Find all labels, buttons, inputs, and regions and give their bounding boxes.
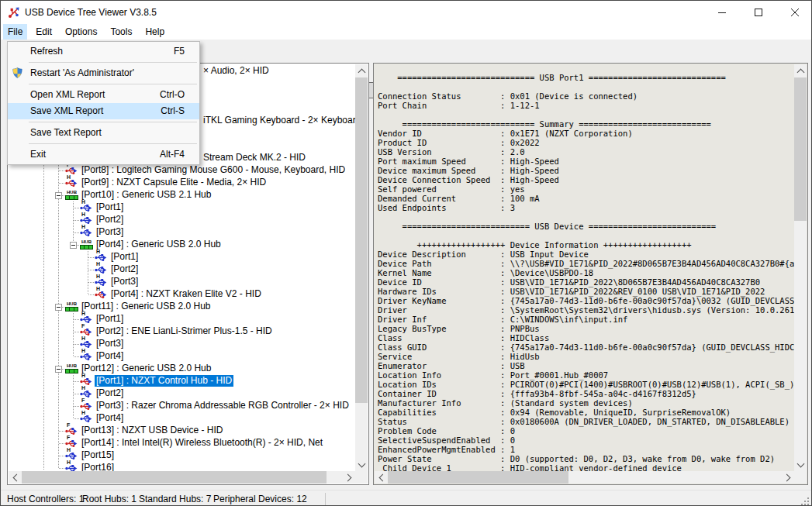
menu-item-refresh[interactable]: RefreshF5	[8, 43, 199, 60]
details-horizontal-scrollbar[interactable]	[375, 471, 794, 484]
collapse-expander-icon[interactable]	[70, 242, 77, 249]
close-button[interactable]	[776, 1, 812, 24]
tree-item-label[interactable]: [Port1]	[95, 201, 125, 213]
tree-guide-stub	[59, 170, 65, 171]
tree-row[interactable]: F[Port8] : Logitech Gaming Mouse G600 - …	[9, 164, 355, 177]
scrollbar-thumb[interactable]	[355, 77, 368, 403]
tree-row[interactable]: H[Port3]	[9, 226, 355, 239]
details-content[interactable]: ============================ USB Port1 =…	[375, 64, 794, 471]
tree-item-label[interactable]: [Port2]	[109, 263, 140, 275]
tree-item-label-selected[interactable]: [Port1] : NZXT Control Hub - HID	[95, 375, 233, 387]
tree-item-label[interactable]: [Port12] : Generic USB 2.0 Hub	[80, 363, 213, 374]
tree-item-label-partial[interactable]: iTKL Gaming Keyboard - 2× Keyboard, 2×	[203, 115, 355, 126]
tree-row[interactable]: H[Port4]	[9, 350, 355, 363]
tree-item-label[interactable]: [Port8] : Logitech Gaming Mouse G600 - M…	[80, 164, 347, 176]
menu-item-open-xml-report[interactable]: Open XML ReportCtrl-O	[8, 87, 199, 103]
tree-row[interactable]: H[Port1] : NZXT Control Hub - HID	[9, 375, 355, 387]
menu-item-restart-as-administrator[interactable]: Restart 'As Administrator'	[8, 65, 199, 81]
tree-row[interactable]: H[Port1]	[9, 201, 355, 214]
scroll-down-icon[interactable]	[794, 459, 807, 471]
tree-row[interactable]: H[Port1]	[9, 251, 355, 263]
file-menu-dropdown: RefreshF5Restart 'As Administrator'Open …	[7, 41, 200, 165]
tree-item-label[interactable]: [Port3]	[95, 226, 125, 238]
tree-row[interactable]: H[Port15]	[9, 449, 355, 462]
collapse-expander-icon[interactable]	[55, 192, 62, 199]
app-window: USB Device Tree Viewer V3.8.5 FileEditOp…	[0, 0, 812, 506]
collapse-expander-icon[interactable]	[55, 366, 62, 373]
tree-item-label[interactable]: [Port11] : Generic USB 2.0 Hub	[80, 301, 213, 312]
tree-item-label[interactable]: [Port10] : Generic USB 2.1 Hub	[80, 189, 213, 201]
tree-row[interactable]: H[Port3]	[9, 276, 355, 288]
tree-item-label[interactable]: [Port3] : Razer Chroma Addressable RGB C…	[95, 400, 351, 411]
tree-row[interactable]: H[Port2]	[9, 263, 355, 276]
scroll-right-icon[interactable]	[782, 471, 794, 484]
tree-row[interactable]: H[Port1]	[9, 313, 355, 325]
tree-item-label[interactable]: [Port3]	[95, 338, 125, 349]
collapse-expander-icon[interactable]	[55, 304, 62, 311]
tree-row[interactable]: HUB[Port4] : Generic USB 2.0 Hub	[9, 239, 355, 251]
scroll-up-icon[interactable]	[355, 64, 368, 77]
scrollbar-thumb[interactable]	[22, 471, 327, 484]
tree-item-label-partial[interactable]: × Audio, 2× HID	[203, 65, 269, 77]
tree-row[interactable]: H[Port4] : NZXT Kraken Elite V2 - HID	[9, 288, 355, 301]
tree-row[interactable]: H[Port2]	[9, 214, 355, 226]
tree-row[interactable]: HUB[Port12] : Generic USB 2.0 Hub	[9, 363, 355, 375]
tree-row[interactable]: HUB[Port11] : Generic USB 2.0 Hub	[9, 301, 355, 313]
menu-separator	[8, 141, 199, 146]
tree-row[interactable]: F[Port3] : Razer Chroma Addressable RGB …	[9, 400, 355, 412]
scroll-right-icon[interactable]	[343, 471, 355, 484]
tree-item-label[interactable]: [Port13] : NZXT USB Device - HID	[80, 425, 225, 436]
scrollbar-thumb[interactable]	[388, 471, 568, 484]
menu-item-save-xml-report[interactable]: Save XML ReportCtrl-S	[8, 103, 199, 119]
resize-grip[interactable]	[801, 497, 809, 505]
tree-item-label[interactable]: [Port2] : ENE LianLi-Strimer Plus-1.5 - …	[95, 325, 274, 337]
tree-item-label[interactable]: [Port1]	[109, 251, 140, 263]
menubar-item-tools[interactable]: Tools	[105, 24, 136, 40]
tree-item-label[interactable]: [Port9] : NZXT Capsule Elite - Media, 2×…	[80, 177, 268, 188]
tree-item-label[interactable]: [Port2]	[95, 387, 125, 399]
tree-item-label[interactable]: [Port4] : Generic USB 2.0 Hub	[95, 239, 223, 250]
tree-item-label[interactable]: [Port2]	[95, 214, 125, 225]
tree-horizontal-scrollbar[interactable]	[9, 471, 355, 484]
tree-guide-stub	[74, 344, 80, 345]
scrollbar-corner	[794, 471, 807, 484]
menu-item-exit[interactable]: ExitAlt-F4	[8, 146, 199, 163]
tree-row[interactable]: H[Port16]	[9, 462, 355, 471]
tree-item-label[interactable]: [Port3]	[109, 276, 140, 287]
tree-row[interactable]: HUB[Port10] : Generic USB 2.1 Hub	[9, 189, 355, 201]
tree-row[interactable]: H[Port2]	[9, 387, 355, 400]
scroll-down-icon[interactable]	[355, 459, 368, 471]
usb-port-icon	[65, 463, 78, 471]
tree-guide-stub	[59, 183, 65, 184]
tree-row[interactable]: H[Port4]	[9, 412, 355, 425]
scroll-left-icon[interactable]	[375, 471, 387, 484]
menubar-item-options[interactable]: Options	[60, 24, 102, 40]
tree-item-label[interactable]: [Port4]	[95, 350, 125, 362]
tree-item-label[interactable]: [Port15]	[80, 449, 116, 461]
tree-item-label[interactable]: [Port16]	[80, 462, 116, 471]
tree-row[interactable]: H[Port3]	[9, 338, 355, 350]
tree-item-label[interactable]: [Port14] : Intel Intel(R) Wireless Bluet…	[80, 437, 324, 449]
statusbar-item-host-controllers: Host Controllers: 1	[7, 494, 84, 504]
scroll-left-icon[interactable]	[9, 471, 21, 484]
menubar-item-file[interactable]: File	[3, 24, 27, 40]
tree-vertical-scrollbar[interactable]	[355, 64, 368, 471]
tree-item-label[interactable]: [Port4]	[95, 412, 125, 424]
maximize-button[interactable]	[740, 1, 776, 24]
tree-row[interactable]: F[Port14] : Intel Intel(R) Wireless Blue…	[9, 437, 355, 449]
tree-row[interactable]: F[Port2] : ENE LianLi-Strimer Plus-1.5 -…	[9, 325, 355, 338]
tree-row[interactable]: F[Port13] : NZXT USB Device - HID	[9, 425, 355, 437]
minimize-button[interactable]	[703, 1, 740, 24]
menubar-item-edit[interactable]: Edit	[31, 24, 57, 40]
menubar-item-help[interactable]: Help	[140, 24, 169, 40]
tree-item-label-partial[interactable]: Stream Deck MK.2 - HID	[203, 152, 306, 164]
details-vertical-scrollbar[interactable]	[794, 64, 807, 471]
titlebar: USB Device Tree Viewer V3.8.5	[1, 1, 811, 24]
tree-item-label[interactable]: [Port1]	[95, 313, 125, 325]
tree-guide-stub	[59, 443, 65, 444]
scroll-up-icon[interactable]	[794, 64, 807, 77]
tree-item-label[interactable]: [Port4] : NZXT Kraken Elite V2 - HID	[109, 288, 263, 300]
menu-item-save-text-report[interactable]: Save Text Report	[8, 125, 199, 141]
tree-row[interactable]: H[Port9] : NZXT Capsule Elite - Media, 2…	[9, 177, 355, 189]
scrollbar-thumb[interactable]	[794, 77, 807, 221]
